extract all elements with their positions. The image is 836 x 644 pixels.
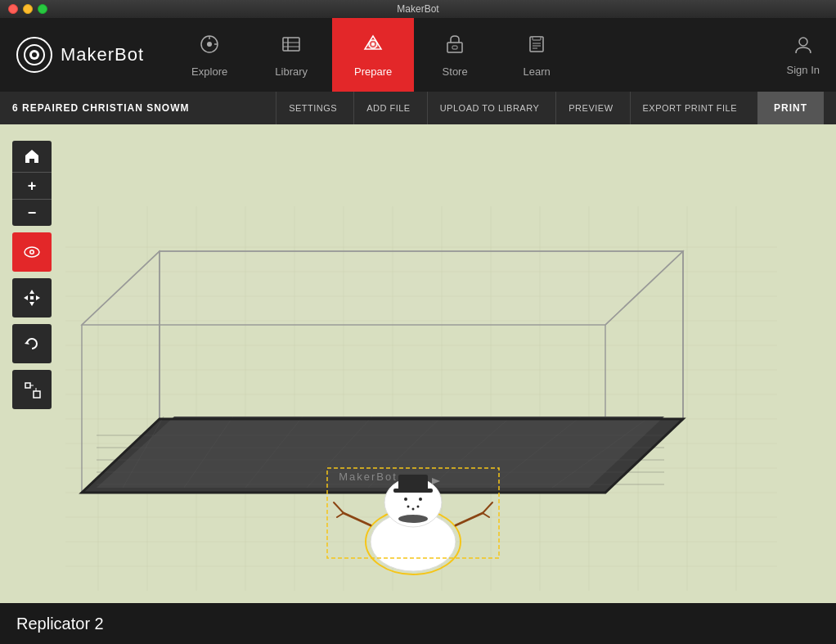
nav-item-library[interactable]: Library [250, 18, 332, 92]
svg-point-22 [799, 38, 807, 46]
explore-icon [198, 33, 221, 61]
sign-in-button[interactable]: Sign In [787, 34, 820, 76]
viewport: + − [0, 124, 836, 603]
scale-button[interactable] [12, 370, 52, 409]
svg-point-14 [371, 43, 375, 46]
store-label: Store [443, 65, 468, 78]
svg-marker-31 [25, 341, 29, 345]
svg-point-108 [417, 506, 420, 508]
sub-toolbar: 6 REPAIRED CHRISTIAN SNOWM SETTINGS ADD … [0, 92, 836, 124]
explore-label: Explore [191, 65, 227, 78]
svg-point-104 [404, 498, 407, 501]
library-icon [280, 33, 303, 61]
sign-in-label: Sign In [787, 64, 820, 76]
svg-rect-15 [447, 43, 462, 52]
svg-rect-33 [34, 391, 40, 398]
print-button[interactable]: PRINT [757, 92, 824, 124]
status-bar: Replicator 2 [0, 603, 836, 644]
learn-label: Learn [524, 65, 551, 78]
maximize-button[interactable] [38, 4, 47, 14]
svg-rect-30 [30, 296, 34, 299]
move-button[interactable] [12, 278, 52, 317]
nav-right: Sign In [787, 34, 820, 76]
close-button[interactable] [8, 4, 18, 14]
svg-point-107 [412, 508, 415, 511]
store-icon [443, 33, 466, 61]
svg-rect-103 [393, 489, 433, 493]
user-icon [793, 34, 814, 61]
title-bar: MakerBot [0, 0, 836, 18]
logo-text: MakerBot [61, 44, 144, 65]
svg-point-115 [398, 515, 428, 523]
nav-item-learn[interactable]: Learn [496, 18, 578, 92]
nav-item-explore[interactable]: Explore [169, 18, 250, 92]
nav-bar: MakerBot Explore [0, 18, 836, 92]
svg-point-105 [419, 498, 422, 501]
home-view-button[interactable] [12, 141, 52, 172]
window-title: MakerBot [397, 3, 438, 15]
logo-area: MakerBot [16, 37, 144, 73]
logo-icon [16, 37, 52, 73]
upload-to-library-button[interactable]: UPLOAD TO LIBRARY [427, 92, 552, 124]
svg-rect-18 [533, 37, 541, 40]
left-toolbar: + − [12, 141, 52, 409]
nav-item-store[interactable]: Store [414, 18, 496, 92]
window-controls[interactable] [8, 4, 47, 14]
svg-marker-26 [29, 290, 34, 294]
zoom-out-button[interactable]: − [12, 200, 52, 226]
add-file-button[interactable]: ADD FILE [353, 92, 423, 124]
svg-marker-27 [29, 302, 34, 306]
svg-rect-7 [283, 38, 299, 51]
svg-point-2 [32, 52, 37, 57]
svg-marker-68 [82, 251, 683, 325]
export-print-file-button[interactable]: EXPORT PRINT FILE [630, 92, 749, 124]
svg-point-4 [207, 42, 212, 47]
rotate-button[interactable] [12, 324, 52, 363]
svg-rect-32 [25, 383, 30, 388]
prepare-icon [362, 33, 384, 61]
library-label: Library [275, 65, 308, 78]
svg-text:MakerBot: MakerBot [339, 471, 398, 483]
zoom-group: + − [12, 141, 52, 226]
nav-item-prepare[interactable]: Prepare [332, 18, 414, 92]
minimize-button[interactable] [23, 4, 33, 14]
learn-icon [525, 33, 548, 61]
svg-point-106 [407, 506, 410, 508]
preview-button[interactable]: PREVIEW [555, 92, 625, 124]
settings-button[interactable]: SETTINGS [276, 92, 349, 124]
svg-marker-28 [24, 295, 28, 300]
svg-rect-16 [452, 46, 457, 49]
svg-point-25 [31, 251, 34, 254]
3d-scene: MakerBot [0, 124, 836, 603]
zoom-in-button[interactable]: + [12, 173, 52, 199]
svg-marker-29 [36, 295, 40, 300]
prepare-label: Prepare [354, 65, 392, 78]
printer-name: Replicator 2 [16, 615, 104, 633]
view-toggle-button[interactable] [12, 232, 52, 272]
file-name: 6 REPAIRED CHRISTIAN SNOWM [12, 102, 272, 114]
nav-items: Explore Library [169, 18, 786, 92]
